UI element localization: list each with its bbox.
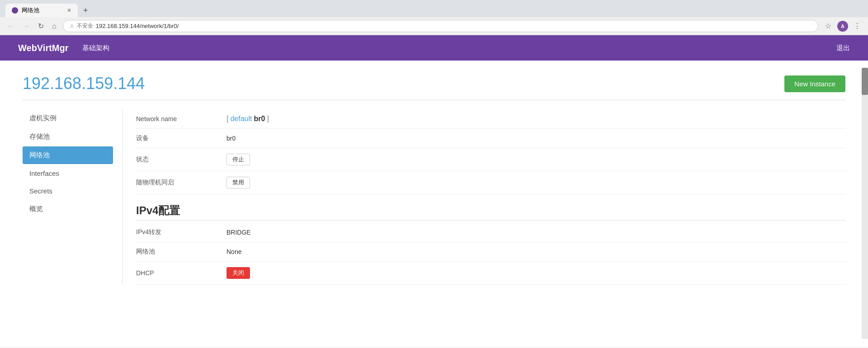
scrollbar[interactable] <box>862 68 868 339</box>
forward-button[interactable]: → <box>21 21 32 31</box>
sidebar-item-secrets[interactable]: Secrets <box>23 183 113 199</box>
address-bar: ← → ↻ ⌂ ⚠ 不安全 192.168.159.144/network/1/… <box>0 17 868 35</box>
ipv4-section-title: IPv4配置 <box>136 203 845 218</box>
label-status: 状态 <box>136 155 226 164</box>
url-bar[interactable]: ⚠ 不安全 192.168.159.144/network/1/br0/ <box>63 20 818 32</box>
network-name-bold: br0 <box>254 115 265 123</box>
bookmark-icon[interactable]: ☆ <box>823 21 834 32</box>
main-content: 192.168.159.144 New Instance 虚机实例 存储池 网络… <box>0 61 868 347</box>
detail-row-network-name: Network name [ default br0 ] <box>136 109 845 129</box>
detail-row-ipv4-forward: IPv4转发 BRIDGE <box>136 223 845 242</box>
detail-panel: Network name [ default br0 ] 设备 br0 状态 停… <box>122 109 845 285</box>
new-tab-button[interactable]: + <box>80 5 91 16</box>
page-title: 192.168.159.144 <box>23 74 145 93</box>
nav-item-infrastructure[interactable]: 基础架构 <box>82 44 109 52</box>
detail-row-network-pool: 网络池 None <box>136 242 845 262</box>
network-name-value: [ default br0 ] <box>226 115 269 123</box>
network-name-link[interactable]: default <box>230 115 252 123</box>
sidebar-item-networks[interactable]: 网络池 <box>23 146 113 164</box>
detail-row-dhcp: DHCP 关闭 <box>136 262 845 285</box>
sidebar-item-storage[interactable]: 存储池 <box>23 128 113 146</box>
app-header: WebVirtMgr 基础架构 退出 <box>0 35 868 61</box>
home-button[interactable]: ⌂ <box>50 21 58 31</box>
sidebar-item-interfaces[interactable]: Interfaces <box>23 165 113 182</box>
app-header-left: WebVirtMgr 基础架构 <box>18 43 109 53</box>
tab-title: 网络池 <box>22 6 39 14</box>
address-bar-right: ☆ A ⋮ <box>823 21 863 32</box>
detail-row-autostart: 随物理机同启 禁用 <box>136 171 845 194</box>
label-device: 设备 <box>136 134 226 142</box>
new-instance-button[interactable]: New Instance <box>784 75 845 92</box>
label-network-pool: 网络池 <box>136 248 226 256</box>
app-logo: WebVirtMgr <box>18 43 69 53</box>
sidebar-item-vms[interactable]: 虚机实例 <box>23 109 113 127</box>
sidebar: 虚机实例 存储池 网络池 Interfaces Secrets 概览 <box>23 109 122 285</box>
insecure-label: 不安全 <box>77 22 93 30</box>
browser-chrome: 网络池 ✕ + <box>0 0 868 17</box>
browser-menu-icon[interactable]: ⋮ <box>852 21 863 32</box>
dhcp-badge: 关闭 <box>226 267 250 279</box>
page-title-row: 192.168.159.144 New Instance <box>23 74 845 100</box>
profile-avatar[interactable]: A <box>837 21 848 32</box>
sidebar-item-overview[interactable]: 概览 <box>23 200 113 218</box>
label-ipv4-forward: IPv4转发 <box>136 228 226 236</box>
logout-button[interactable]: 退出 <box>836 44 850 52</box>
insecure-icon: ⚠ <box>70 23 74 29</box>
bracket-close: ] <box>267 115 269 123</box>
tab-bar: 网络池 ✕ + <box>5 4 91 17</box>
value-ipv4-forward: BRIDGE <box>226 229 251 236</box>
tab-favicon <box>12 7 18 14</box>
value-device: br0 <box>226 135 236 142</box>
status-badge: 停止 <box>226 154 250 165</box>
label-autostart: 随物理机同启 <box>136 179 226 187</box>
back-button[interactable]: ← <box>5 21 16 31</box>
label-network-name: Network name <box>136 115 226 122</box>
label-dhcp: DHCP <box>136 269 226 277</box>
content-layout: 虚机实例 存储池 网络池 Interfaces Secrets 概览 Netwo… <box>23 109 845 285</box>
detail-row-device: 设备 br0 <box>136 129 845 148</box>
value-network-pool: None <box>226 248 241 255</box>
bracket-open: [ <box>226 115 228 123</box>
tab-close-button[interactable]: ✕ <box>67 7 71 14</box>
active-tab[interactable]: 网络池 ✕ <box>5 4 78 17</box>
detail-row-status: 状态 停止 <box>136 148 845 171</box>
reload-button[interactable]: ↻ <box>36 21 46 31</box>
url-text: 192.168.159.144/network/1/br0/ <box>96 23 179 29</box>
scrollbar-thumb[interactable] <box>862 68 868 95</box>
autostart-badge: 禁用 <box>226 177 250 188</box>
